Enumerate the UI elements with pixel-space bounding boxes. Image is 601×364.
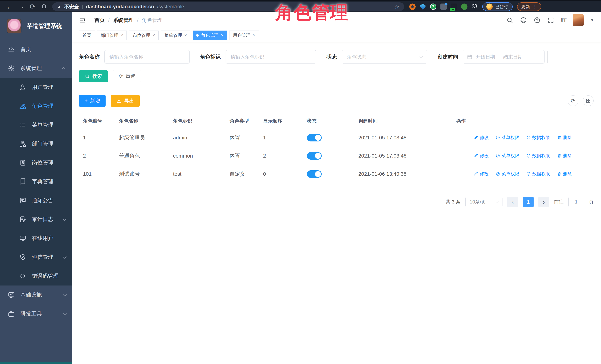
menu-permission-link[interactable]: 菜单权限 xyxy=(496,153,519,159)
bookmark-star-icon[interactable]: ☆ xyxy=(394,3,399,10)
cell-role-id: 101 xyxy=(79,165,115,183)
dashboard-icon xyxy=(8,46,15,53)
sidebar-item-audit-log[interactable]: 审计日志 xyxy=(0,210,72,229)
status-toggle[interactable] xyxy=(307,134,322,141)
role-name-field[interactable] xyxy=(104,50,190,63)
search-button[interactable]: 搜索 xyxy=(79,70,108,82)
sidebar-item-departments[interactable]: 部门管理 xyxy=(0,134,72,153)
breadcrumb-home[interactable]: 首页 xyxy=(94,17,105,24)
menu-permission-link[interactable]: 菜单权限 xyxy=(496,135,519,140)
browser-back-icon[interactable]: ← xyxy=(5,3,14,10)
extension-orange-icon[interactable] xyxy=(409,3,416,10)
tab-users[interactable]: 用户管理 × xyxy=(229,30,259,40)
audit-log-icon xyxy=(19,216,26,223)
fullscreen-icon[interactable] xyxy=(547,17,554,24)
sidebar-item-roles[interactable]: 角色管理 xyxy=(0,97,72,116)
extension-monkey-icon[interactable] xyxy=(461,3,468,10)
sidebar-item-posts[interactable]: 岗位管理 xyxy=(0,153,72,172)
cell-role-id: 2 xyxy=(79,147,115,165)
sidebar-item-infrastructure[interactable]: 基础设施 xyxy=(0,285,72,304)
hamburger-icon[interactable] xyxy=(79,17,86,24)
data-permission-link[interactable]: 数据权限 xyxy=(526,135,550,140)
browser-profile-button[interactable]: 已暂停 xyxy=(482,2,513,11)
tab-roles[interactable]: 角色管理 × xyxy=(193,30,227,40)
data-permission-label: 数据权限 xyxy=(532,171,550,177)
delete-link[interactable]: 删除 xyxy=(557,171,572,177)
download-icon xyxy=(117,98,122,103)
role-key-field[interactable] xyxy=(226,50,316,63)
font-size-icon[interactable]: 𝕥T xyxy=(561,17,566,23)
close-icon[interactable]: × xyxy=(253,33,255,38)
search-icon[interactable] xyxy=(506,17,513,24)
sidebar-item-users[interactable]: 用户管理 xyxy=(0,78,72,97)
delete-link[interactable]: 删除 xyxy=(557,135,572,140)
sidebar-item-online-users[interactable]: 在线用户 xyxy=(0,229,72,248)
tab-home[interactable]: 首页 xyxy=(79,30,95,40)
caret-down-icon[interactable]: ▼ xyxy=(590,18,594,22)
sidebar-item-home[interactable]: 首页 xyxy=(0,40,72,59)
page-size-select[interactable]: 10条/页 xyxy=(465,197,502,207)
address-bar[interactable]: ▲ 不安全 | dashboard.yudao.iocoder.cn /syst… xyxy=(52,2,404,11)
url-host: dashboard.yudao.iocoder.cn xyxy=(86,4,154,10)
browser-reload-icon[interactable]: ⟳ xyxy=(28,3,37,10)
export-button[interactable]: 导出 xyxy=(111,95,140,107)
extension-green-icon[interactable]: 7 xyxy=(430,3,436,10)
cell-role-type: 自定义 xyxy=(226,165,259,183)
tab-menus[interactable]: 菜单管理 × xyxy=(161,30,190,40)
data-permission-link[interactable]: 数据权限 xyxy=(526,153,550,159)
sidebar-item-notice[interactable]: 通知公告 xyxy=(0,191,72,210)
sidebar-item-sms[interactable]: 短信管理 xyxy=(0,248,72,267)
tab-posts[interactable]: 岗位管理 × xyxy=(129,30,159,40)
next-page-button[interactable]: › xyxy=(538,197,549,207)
sidebar-item-system[interactable]: 系统管理 xyxy=(0,59,72,78)
breadcrumb-section[interactable]: 系统管理 xyxy=(113,17,134,24)
close-icon[interactable]: × xyxy=(120,33,123,38)
page-number-1[interactable]: 1 xyxy=(523,197,534,207)
browser-menu-kebab-icon[interactable]: ⋮ xyxy=(533,4,537,9)
data-permission-link[interactable]: 数据权限 xyxy=(526,171,550,177)
prev-page-button[interactable]: ‹ xyxy=(507,197,518,207)
shield-check-icon xyxy=(19,254,26,261)
browser-update-button[interactable]: 更新 ⋮ xyxy=(517,2,541,11)
user-icon xyxy=(19,84,26,91)
refresh-table-button[interactable]: ⟳ xyxy=(568,95,578,106)
close-icon[interactable]: × xyxy=(184,33,187,38)
role-name-input[interactable] xyxy=(110,54,185,60)
add-button[interactable]: + 新增 xyxy=(79,95,106,107)
edit-link[interactable]: 修改 xyxy=(474,153,489,159)
browser-home-icon[interactable] xyxy=(39,3,49,11)
sidebar-item-dict[interactable]: 字典管理 xyxy=(0,172,72,191)
delete-link[interactable]: 删除 xyxy=(557,153,572,159)
sidebar-item-menus[interactable]: 菜单管理 xyxy=(0,116,72,134)
extensions-puzzle-icon[interactable] xyxy=(471,3,478,10)
reset-button[interactable]: ⟳ 重置 xyxy=(113,70,141,82)
extension-gray-icon[interactable] xyxy=(441,3,447,10)
menu-permission-link[interactable]: 菜单权限 xyxy=(496,171,519,177)
table-row: 101 测试账号 test 自定义 0 2021-01-06 13:49:35 … xyxy=(79,165,594,183)
github-icon[interactable] xyxy=(520,17,527,24)
close-icon[interactable]: × xyxy=(152,33,155,38)
browser-forward-icon[interactable]: → xyxy=(16,3,26,10)
user-avatar[interactable] xyxy=(573,14,584,26)
edit-link[interactable]: 修改 xyxy=(474,171,489,177)
help-icon[interactable] xyxy=(534,17,541,24)
circle-check-icon xyxy=(496,172,500,176)
status-toggle[interactable] xyxy=(307,152,322,160)
sidebar-item-dev-tools[interactable]: 研发工具 xyxy=(0,304,72,323)
sidebar-item-label: 用户管理 xyxy=(32,83,53,91)
status-toggle[interactable] xyxy=(307,170,322,178)
date-range-picker[interactable]: 开始日期 - 结束日期 xyxy=(463,50,544,63)
extension-gem-icon[interactable] xyxy=(420,3,426,10)
edit-link[interactable]: 修改 xyxy=(474,135,489,140)
extensions-area: 7 on xyxy=(409,3,478,10)
status-select[interactable]: 角色状态 xyxy=(342,50,427,63)
goto-page-input[interactable] xyxy=(568,197,584,207)
tab-departments[interactable]: 部门管理 × xyxy=(97,30,127,40)
sidebar-item-error-codes[interactable]: 错误码管理 xyxy=(0,267,72,285)
close-icon[interactable]: × xyxy=(221,33,224,38)
cell-sort: 2 xyxy=(259,147,303,165)
extension-dark-icon[interactable]: on xyxy=(451,3,457,10)
role-key-input[interactable] xyxy=(230,54,311,60)
column-settings-button[interactable] xyxy=(583,95,594,106)
sidebar-logo[interactable]: 芋道管理系统 xyxy=(0,12,72,40)
